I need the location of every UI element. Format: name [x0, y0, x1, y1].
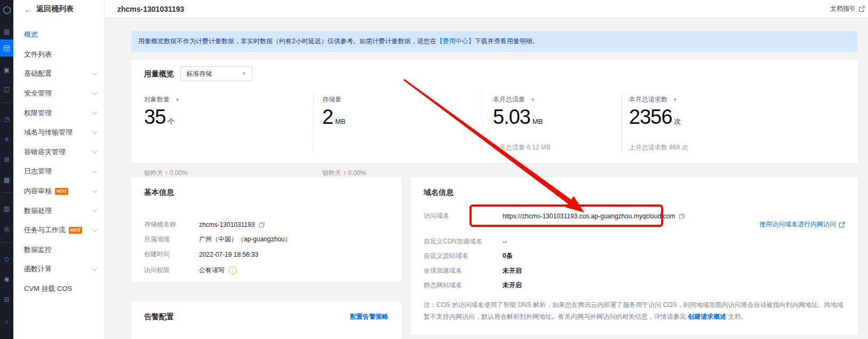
cos-bucket-icon[interactable]	[0, 40, 13, 57]
external-link-icon	[839, 222, 845, 228]
storage-icon[interactable]: ▦	[0, 173, 13, 187]
back-arrow-icon: ←	[24, 5, 32, 14]
usage-card-title: 用量概览	[144, 69, 174, 79]
billing-center-link[interactable]: 【费用中心】	[436, 37, 475, 46]
hot-badge: HOT	[55, 188, 68, 195]
chevron-down-icon	[92, 265, 98, 271]
rail-divider	[2, 242, 11, 243]
sidebar-nav: 概览 文件列表 基础配置 安全管理 权限管理 域名与传输管理 容错容灾管理 日志…	[13, 25, 104, 298]
help-icon[interactable]: ○	[0, 315, 13, 329]
sidebar-item-cvm-mount[interactable]: CVM 挂载 COS	[13, 279, 104, 299]
static-site-row: 静态网站域名 未开启	[424, 281, 522, 290]
dropdown-caret-icon[interactable]: ▼	[175, 97, 180, 103]
chevron-down-icon	[92, 168, 98, 174]
cos-console-page: ▤ ▣ ◫ ◷ ≡ ⊞ ▦ ▥ ◎ ◇ ◉ ⊟ ○ ← 返回桶列表 概览 文件列…	[0, 0, 868, 339]
grid-icon[interactable]: ⊞	[0, 153, 13, 167]
rail-divider	[2, 192, 11, 193]
sidebar-item-security[interactable]: 安全管理	[13, 84, 104, 104]
list-icon[interactable]: ≡	[0, 132, 13, 146]
sidebar-item-content-audit[interactable]: 内容审核HOT	[13, 182, 104, 201]
tray-icon[interactable]: ⊟	[0, 293, 13, 306]
alert-config-card: 告警配置 配置告警策略	[131, 302, 401, 339]
sidebar-item-data-process[interactable]: 数据处理	[13, 201, 104, 220]
create-request-doc-link[interactable]: 创建请求概述	[688, 313, 726, 320]
column-divider	[313, 93, 314, 153]
metric-value: 5.03MB	[493, 106, 543, 129]
sidebar-item-permission[interactable]: 权限管理	[13, 103, 104, 123]
sidebar-item-disaster-recovery[interactable]: 容错容灾管理	[13, 143, 104, 162]
metric-previous: 上月总请求数 869 次	[629, 143, 688, 152]
sidebar-item-overview[interactable]: 概览	[13, 25, 104, 45]
bucket-name-row: 存储桶名称 zhcms-1301031193	[144, 220, 265, 229]
metric-value: 2356次	[629, 106, 681, 129]
select-caret-icon: ▼	[242, 71, 246, 76]
global-accel-row: 全球加速域名 未开启	[424, 266, 522, 275]
chevron-down-icon	[92, 207, 98, 212]
product-icon-rail: ▤ ▣ ◫ ◷ ≡ ⊞ ▦ ▥ ◎ ◇ ◉ ⊟ ○	[0, 0, 13, 339]
sidebar-item-log[interactable]: 日志管理	[13, 162, 104, 182]
back-to-bucket-list[interactable]: ← 返回桶列表	[13, 0, 104, 18]
server-icon[interactable]: ▣	[0, 63, 13, 77]
storage-class-select[interactable]: 标准存储 ▼	[180, 66, 252, 81]
metric-previous: 上月总流量 6.12 MB	[493, 143, 551, 152]
basic-info-title: 基本信息	[144, 188, 174, 198]
console-logo-icon[interactable]	[0, 3, 13, 17]
configure-alert-policy-link[interactable]: 配置告警策略	[350, 312, 388, 321]
intranet-access-link[interactable]: 使用访问域名进行内网访问	[759, 220, 845, 229]
back-label: 返回桶列表	[36, 4, 74, 14]
permission-row: 访问权限 公有读写 i	[144, 266, 237, 275]
chevron-down-icon	[92, 109, 98, 115]
domain-note: 注：COS 的访问域名使用了智能 DNS 解析，如果您在腾讯云内部署了服务用于访…	[424, 299, 845, 322]
alert-config-title: 告警配置	[144, 312, 174, 322]
database-icon[interactable]: ◫	[0, 82, 13, 96]
origin-domain-row: 自定义源站域名 0条	[424, 251, 513, 261]
basic-info-card: 基本信息 存储桶名称 zhcms-1301031193 所属地域 广州（中国）（…	[131, 177, 401, 282]
cdn-domain-row: 自定义CDN加速域名 --	[424, 237, 507, 246]
sidebar-item-monitor[interactable]: 数据监控	[13, 240, 104, 260]
sidebar-item-basic-config[interactable]: 基础配置	[13, 64, 104, 84]
info-icon[interactable]: i	[229, 266, 237, 274]
sidebar-item-workflow[interactable]: 任务与工作流HOT	[13, 220, 104, 240]
sidebar-item-domain-transfer[interactable]: 域名与传输管理	[13, 123, 104, 143]
domain-info-title: 域名信息	[424, 188, 453, 198]
access-domain-row: 访问域名 https://zhcms-1301031193.cos.ap-gua…	[424, 211, 685, 220]
metric-value: 2MB	[322, 106, 346, 129]
package-icon[interactable]: ◇	[0, 252, 13, 266]
bucket-title: zhcms-1301031193	[117, 5, 184, 13]
metric-stat: 较昨天↑0.00%	[322, 169, 366, 178]
target-icon[interactable]: ◎	[0, 222, 13, 236]
up-arrow-icon: ↑	[165, 169, 168, 177]
column-divider	[482, 93, 482, 153]
chevron-down-icon	[92, 148, 98, 154]
sidebar-item-scf[interactable]: 函数计算	[13, 259, 104, 279]
rail-divider	[2, 103, 11, 103]
create-time-row: 创建时间 2022-07-19 18:56:33	[144, 250, 258, 259]
monitor-icon[interactable]: ◷	[0, 112, 13, 126]
archive-icon[interactable]: ▥	[0, 202, 13, 216]
doc-guide-link[interactable]: 文档指引	[830, 4, 865, 13]
metric-value: 35个	[144, 106, 174, 129]
page-header: zhcms-1301031193 文档指引	[105, 0, 868, 18]
dropdown-caret-icon[interactable]: ▼	[673, 97, 678, 103]
copy-icon[interactable]	[679, 213, 685, 219]
bucket-sidebar: ← 返回桶列表 概览 文件列表 基础配置 安全管理 权限管理 域名与传输管理 容…	[13, 0, 105, 339]
usage-overview-card: 用量概览 标准存储 ▼ 对象数量▼ 35个 较昨天↑0.00% 较上月同期↑29…	[131, 60, 858, 163]
chevron-down-icon	[92, 226, 98, 232]
sidebar-item-file-list[interactable]: 文件列表	[13, 45, 104, 65]
record-icon[interactable]: ◉	[0, 272, 13, 286]
metric-stat: 较昨天↑0.00%	[144, 169, 188, 178]
external-link-icon	[858, 6, 865, 12]
usage-notice-banner: 用量概览数据不作为计费计量数据，非实时数据（约有2小时延迟）仅供参考。如需计费计…	[131, 31, 858, 52]
chevron-down-icon	[92, 129, 98, 134]
chevron-down-icon	[92, 90, 98, 95]
chevron-down-icon	[92, 70, 98, 76]
dropdown-caret-icon[interactable]: ▼	[530, 97, 535, 103]
hot-badge: HOT	[69, 227, 82, 234]
domain-info-card: 域名信息 使用访问域名进行内网访问 访问域名 https://zhcms-130…	[411, 177, 858, 335]
products-icon[interactable]: ▤	[0, 25, 13, 38]
copy-icon[interactable]	[259, 222, 265, 228]
region-row: 所属地域 广州（中国）（ap-guangzhou）	[144, 235, 291, 244]
up-arrow-icon: ↑	[343, 169, 346, 177]
column-divider	[622, 93, 622, 153]
chevron-down-icon	[92, 187, 98, 193]
